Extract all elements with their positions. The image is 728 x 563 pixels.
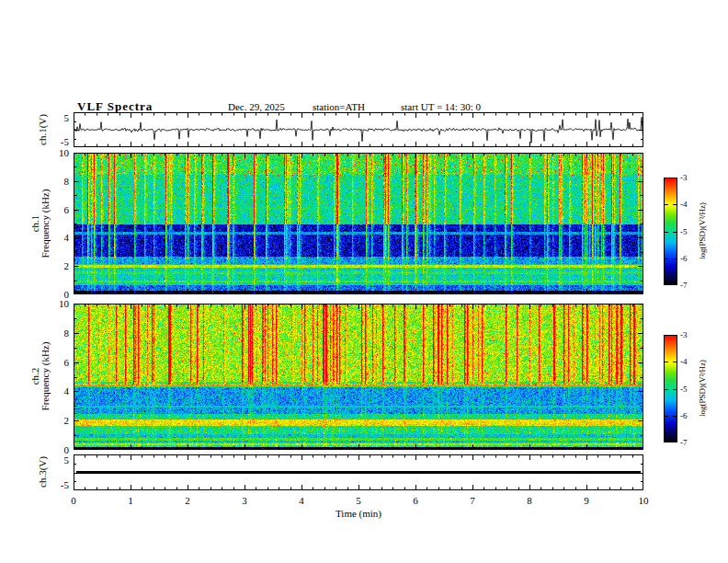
x-tick-label: 1 xyxy=(128,495,133,506)
ch2-spectrogram-ytick-label: 10 xyxy=(59,298,69,309)
ch1-frequency-label: Frequency (kHz) xyxy=(40,190,51,259)
header-station: station=ATH xyxy=(313,101,365,112)
ch2-spectrogram-ytick-label: 2 xyxy=(64,415,70,426)
ch2-spectrogram-canvas xyxy=(74,304,643,450)
ch2-spectrogram-ytick-label: 8 xyxy=(64,327,70,339)
ch1-waveform-ytick-label: -5 xyxy=(61,136,69,147)
ch1-spectrogram-ytick-label: 6 xyxy=(64,204,70,215)
ch3-waveform-ytick-label: 5 xyxy=(64,454,70,465)
colorbar-ch2-tick-label: -3 xyxy=(680,330,688,339)
ch3-waveform-canvas xyxy=(74,454,643,490)
colorbar-ch2-tick-label: -4 xyxy=(680,357,688,366)
colorbar-ch1-label: log(PSD)(V²/Hz) xyxy=(698,202,708,259)
ch1-spectrogram-ylabel: ch.1 Frequency (kHz) xyxy=(30,190,51,259)
ch2-spectrogram-ytick-label: 4 xyxy=(64,385,70,396)
colorbar-ch2-tick-label: -7 xyxy=(680,438,688,447)
x-tick-label: 10 xyxy=(639,495,649,506)
ch1-spectrogram-canvas xyxy=(74,153,643,294)
colorbar-ch1-tick-label: -6 xyxy=(680,254,688,263)
x-tick-label: 3 xyxy=(242,495,247,506)
x-axis-label: Time (min) xyxy=(336,508,381,519)
colorbar-ch1-tick-label: -4 xyxy=(680,200,688,209)
colorbar-ch1-canvas xyxy=(664,178,677,285)
ch2-spectrogram-ytick-label: 6 xyxy=(64,357,70,368)
ch1-waveform-ytick-label: 5 xyxy=(64,112,70,123)
x-tick-label: 2 xyxy=(185,495,190,506)
ch1-voltage-ylabel: ch.1(V) xyxy=(38,114,48,145)
ch1-spectrogram-ytick-label: 2 xyxy=(64,260,70,271)
x-tick-label: 7 xyxy=(470,495,475,506)
colorbar-ch2-canvas xyxy=(664,335,677,442)
colorbar-ch2-label: log(PSD)(V²/Hz) xyxy=(698,360,708,417)
ch2-spectrogram-ylabel: ch.2 Frequency (kHz) xyxy=(30,342,51,411)
x-tick-label: 8 xyxy=(527,495,532,506)
ch3-waveform-ytick-label: -5 xyxy=(61,479,69,490)
ch1-waveform-canvas xyxy=(74,112,643,147)
colorbar-ch2-tick-label: -6 xyxy=(680,411,688,420)
x-tick-label: 0 xyxy=(71,495,76,506)
x-tick-label: 5 xyxy=(356,495,361,506)
x-tick-label: 6 xyxy=(413,495,418,506)
header-date: Dec. 29, 2025 xyxy=(228,101,285,112)
ch1-spectrogram-ytick-label: 4 xyxy=(64,232,70,243)
vlf-spectra-figure: VLF Spectra Dec. 29, 2025 station=ATH st… xyxy=(0,0,728,563)
colorbar-ch1-tick-label: -5 xyxy=(680,227,688,236)
x-tick-label: 4 xyxy=(299,495,304,506)
ch1-spectrogram-ytick-label: 10 xyxy=(59,147,69,158)
colorbar-ch2-tick-label: -5 xyxy=(680,385,688,394)
x-tick-label: 9 xyxy=(584,495,589,506)
ch2-frequency-label: Frequency (kHz) xyxy=(40,342,51,411)
colorbar-ch1-tick-label: -7 xyxy=(680,281,688,290)
ch1-spectrogram-ytick-label: 8 xyxy=(64,176,70,187)
header-start-ut: start UT = 14: 30: 0 xyxy=(401,101,481,112)
ch3-voltage-ylabel: ch.3(V) xyxy=(38,456,48,488)
colorbar-ch1-tick-label: -3 xyxy=(680,173,688,182)
